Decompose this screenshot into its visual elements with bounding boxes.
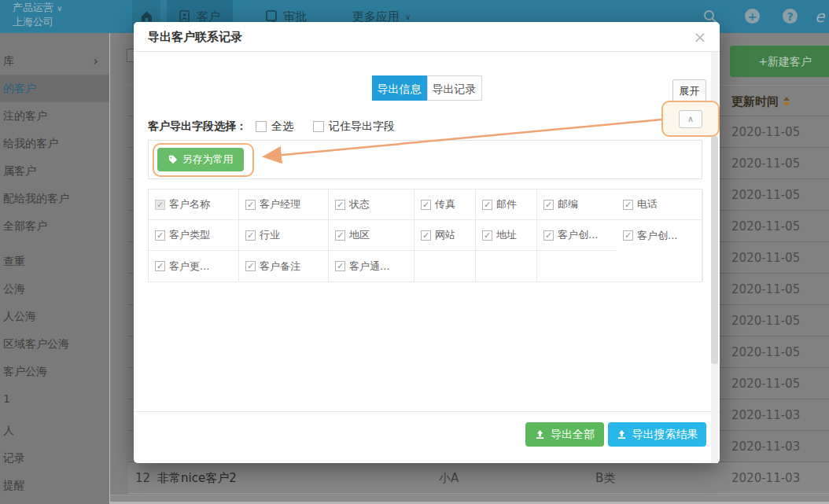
column-update-time[interactable]: 更新时间 (731, 86, 790, 117)
field-checkbox-cell[interactable]: 客户更... (149, 251, 239, 281)
app-screen: 产品运营∨ 上海公司 客户 审批 更多应用 ∨ + ? e 库 的客户 (0, 0, 829, 504)
checkbox-icon (543, 200, 554, 210)
update-time-cell: 2020-11-05 (731, 156, 800, 171)
field-label: 客户更... (169, 259, 209, 274)
field-label: 地址 (496, 228, 517, 242)
sidebar-item-label: 注的客户 (3, 102, 47, 130)
sidebar-item[interactable]: 提醒 (0, 472, 109, 499)
collapse-highlight-box: ∧ (661, 101, 720, 137)
checkbox-icon (256, 121, 267, 132)
sidebar-item[interactable]: 公海 (0, 275, 109, 303)
field-checkbox-cell[interactable]: 客户备注 (239, 251, 329, 281)
sidebar-item[interactable]: 全部客户 (0, 212, 109, 240)
export-all-button[interactable]: 导出全部 (525, 422, 604, 447)
sidebar-item[interactable]: 库 (0, 47, 109, 75)
sort-icon[interactable] (783, 97, 790, 106)
sidebar-item[interactable]: 记录 (0, 444, 109, 472)
help-icon[interactable]: ? (783, 9, 798, 24)
sidebar-item[interactable]: 人公海 (0, 303, 109, 330)
chevron-down-icon: ∨ (57, 4, 62, 13)
field-checkbox-cell[interactable]: 客户创... (537, 220, 617, 251)
sidebar-item[interactable]: 属客户 (0, 157, 109, 185)
update-time-cell: 2020-11-03 (731, 440, 800, 454)
field-checkbox-cell[interactable] (476, 251, 537, 281)
update-time-cell: 2020-11-05 (731, 314, 800, 328)
field-checkbox-cell[interactable]: 客户经理 (239, 189, 329, 220)
sidebar-item-label: 查重 (3, 248, 25, 275)
field-checkbox-cell[interactable] (617, 251, 703, 281)
field-checkbox-cell[interactable]: 网站 (414, 220, 476, 251)
update-time-cell: 2020-11-05 (731, 188, 800, 202)
approval-icon (266, 10, 278, 23)
field-checkbox-cell[interactable]: 状态 (329, 189, 414, 220)
checkbox-icon (623, 230, 633, 241)
field-checkbox-cell[interactable] (414, 251, 476, 281)
checkbox-icon (155, 261, 165, 271)
field-select-label: 客户导出字段选择： (148, 120, 247, 134)
update-time-cell: 2020-11-03 (731, 408, 800, 422)
field-checkbox-cell[interactable]: 电话 (617, 189, 703, 220)
checkbox-icon (543, 230, 554, 241)
field-select-row: 客户导出字段选择： 全选 记住导出字段 (134, 116, 720, 140)
table-row: 12 非常nice客户2 小A B类 2020-11-03 (128, 462, 829, 494)
sidebar-item-label: 全部客户 (3, 212, 47, 240)
add-icon[interactable]: + (745, 9, 760, 24)
brand-block[interactable]: 产品运营∨ 上海公司 (13, 1, 62, 28)
expand-button[interactable]: 展开 (672, 79, 706, 102)
field-checkbox-cell[interactable] (537, 251, 617, 281)
new-customer-button[interactable]: +新建客户 (730, 46, 829, 77)
update-time-cell: 2020-11-05 (731, 377, 800, 391)
sidebar-item[interactable]: 注的客户 (0, 102, 109, 130)
sidebar-item[interactable]: 客户公海 (0, 358, 109, 385)
field-label: 地区 (349, 228, 370, 242)
remember-fields-checkbox[interactable]: 记住导出字段 (313, 120, 395, 134)
update-time-cell: 2020-11-05 (731, 219, 800, 234)
field-checkbox-cell[interactable]: 地区 (329, 220, 414, 251)
brand-team: 产品运营∨ (13, 1, 62, 15)
collapse-chevron-button[interactable]: ∧ (679, 110, 702, 128)
save-as-common-button[interactable]: 另存为常用 (157, 148, 244, 171)
field-checkbox-cell[interactable]: 地址 (476, 220, 537, 251)
checkbox-icon (421, 200, 431, 210)
select-all-checkbox[interactable]: 全选 (256, 120, 293, 134)
checkbox-icon (155, 200, 165, 210)
sidebar-item[interactable]: 的客户 (0, 75, 109, 102)
export-search-results-button[interactable]: 导出搜索结果 (608, 422, 706, 447)
checkbox-icon (245, 230, 256, 241)
field-label: 电话 (637, 197, 658, 212)
tab-export-records[interactable]: 导出记录 (427, 75, 482, 101)
sidebar-item[interactable]: 人 (0, 417, 109, 444)
field-checkbox-cell[interactable]: 客户名称 (149, 189, 239, 220)
field-checkbox-cell[interactable]: 客户创... (617, 220, 703, 251)
export-tabs: 导出信息 导出记录 (372, 75, 482, 101)
close-icon[interactable]: × (691, 28, 709, 46)
sidebar-item[interactable]: 1 (0, 385, 109, 413)
sidebar-item[interactable]: 区域客户公海 (0, 330, 109, 358)
sidebar-item-label: 公海 (3, 275, 25, 303)
scrollbar-thumb[interactable] (711, 136, 718, 364)
update-time-cell: 2020-11-05 (731, 125, 800, 139)
sidebar-item-label: 库 (3, 47, 14, 75)
field-checkbox-cell[interactable]: 客户通... (329, 251, 414, 281)
checkbox-icon (155, 230, 165, 241)
field-checkbox-cell[interactable]: 传真 (414, 189, 476, 220)
chevron-down-icon: ∨ (405, 13, 411, 21)
sidebar-item[interactable]: 给我的客户 (0, 130, 109, 157)
sidebar-item[interactable]: 查重 (0, 248, 109, 275)
field-checkbox-cell[interactable]: 邮编 (537, 189, 617, 220)
field-checkbox-cell[interactable]: 行业 (239, 220, 329, 251)
brand-company: 上海公司 (13, 15, 62, 28)
checkbox-icon (313, 121, 324, 132)
checkbox-icon (335, 261, 345, 271)
modal-title: 导出客户联系记录 (134, 22, 720, 52)
upload-icon (535, 429, 545, 440)
avatar-icon[interactable]: e (815, 7, 824, 26)
tab-export-info[interactable]: 导出信息 (372, 75, 427, 101)
checkbox-icon (421, 230, 431, 241)
field-label: 邮件 (496, 197, 517, 212)
field-label: 邮编 (558, 197, 578, 212)
sidebar-item[interactable]: 配给我的客户 (0, 185, 109, 212)
field-checkbox-cell[interactable]: 邮件 (476, 189, 537, 220)
tag-icon (168, 155, 178, 164)
field-checkbox-cell[interactable]: 客户类型 (149, 220, 239, 251)
